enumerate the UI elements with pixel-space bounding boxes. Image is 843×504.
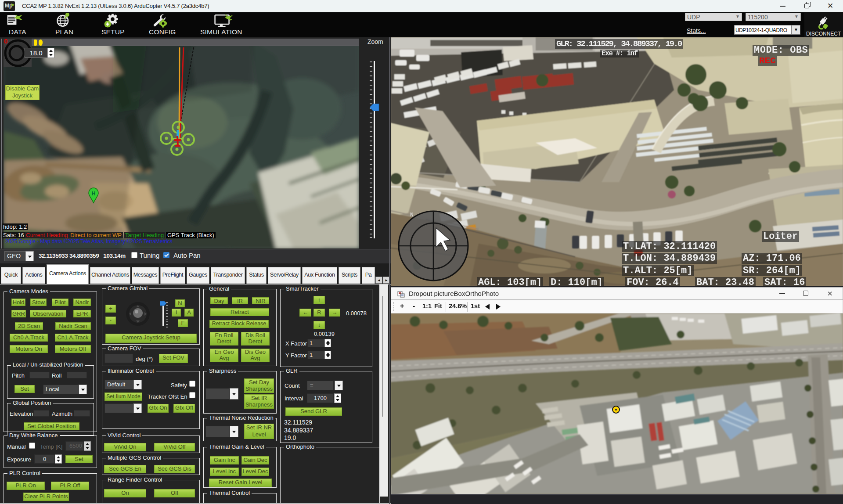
svg-text:N: N: [410, 212, 414, 218]
svg-text:H: H: [92, 191, 96, 197]
svg-text:2025 Google - Map data ©2025 T: 2025 Google - Map data ©2025 Tele Atlas,…: [5, 238, 173, 245]
